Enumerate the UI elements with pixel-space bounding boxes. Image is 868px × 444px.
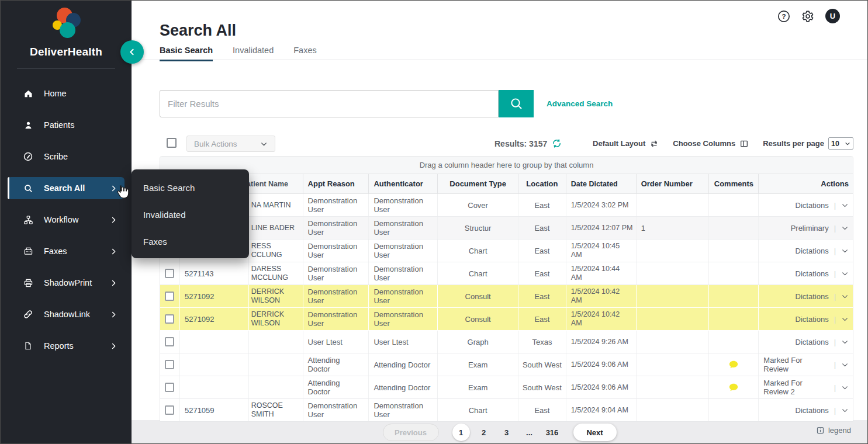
comment-icon[interactable] [728, 383, 739, 393]
patients-icon [23, 120, 33, 130]
row-action-label[interactable]: Marked For Review [763, 356, 828, 373]
column-header-document-type[interactable]: Document Type [438, 174, 518, 193]
flyout-item-basic-search[interactable]: Basic Search [132, 174, 249, 201]
row-actions-chevron-icon[interactable] [841, 270, 849, 278]
previous-page-button[interactable]: Previous [383, 424, 439, 441]
page-title: Search All [160, 22, 236, 40]
page-button-2[interactable]: 2 [475, 424, 493, 441]
row-action-label[interactable]: Dictations [796, 201, 829, 210]
row-actions-chevron-icon[interactable] [841, 202, 849, 209]
column-header-label: Location [526, 179, 558, 188]
row-actions-chevron-icon[interactable] [841, 247, 849, 255]
column-header-authenticator[interactable]: Authenticator [369, 174, 438, 193]
cell-comments [709, 217, 759, 239]
row-actions-chevron-icon[interactable] [841, 384, 849, 391]
next-page-button[interactable]: Next [573, 424, 617, 441]
sidebar-item-workflow[interactable]: Workflow [8, 211, 125, 228]
row-actions-chevron-icon[interactable] [841, 361, 849, 369]
default-layout-button[interactable]: Default Layout [593, 139, 659, 148]
tab-basic-search[interactable]: Basic Search [160, 46, 213, 61]
bulk-actions-select[interactable]: Bulk Actions [186, 136, 275, 152]
sidebar-collapse-button[interactable] [120, 40, 144, 64]
advanced-search-link[interactable]: Advanced Search [547, 99, 613, 108]
choose-columns-label: Choose Columns [673, 139, 735, 148]
cell-order-number [637, 285, 710, 307]
sidebar-item-scribe[interactable]: Scribe [8, 148, 125, 165]
row-actions-chevron-icon[interactable] [841, 293, 849, 300]
cell-patient-name: DERRICK WILSON [249, 308, 303, 330]
row-action-label[interactable]: Marked For Review 2 [763, 379, 828, 396]
cell-actions: Dictations| [759, 308, 853, 330]
refresh-icon[interactable] [552, 138, 562, 148]
chevron-right-icon [110, 185, 117, 192]
column-header-date-dictated[interactable]: Date Dictated [566, 174, 637, 193]
page-button-3[interactable]: 3 [498, 424, 516, 441]
tab-faxes[interactable]: Faxes [293, 46, 317, 61]
results-count: Results: 3157 [494, 138, 562, 148]
sidebar-item-faxes[interactable]: Faxes [8, 242, 125, 260]
row-actions-chevron-icon[interactable] [841, 407, 849, 414]
fax-icon [23, 246, 33, 256]
row-checkbox[interactable] [165, 383, 174, 392]
flyout-item-invalidated[interactable]: Invalidated [132, 201, 249, 228]
results-per-page-select[interactable]: 10 [828, 137, 853, 150]
select-all-checkbox[interactable] [167, 138, 177, 148]
cell-authenticator: Demonstration User [369, 399, 438, 421]
action-separator: | [834, 406, 836, 415]
help-icon[interactable]: ? [777, 10, 790, 23]
row-checkbox[interactable] [165, 360, 174, 369]
column-header-order-number[interactable]: Order Number [637, 174, 710, 193]
sidebar-item-shadowprint[interactable]: ShadowPrint [8, 274, 125, 292]
settings-gear-icon[interactable] [801, 10, 814, 23]
user-avatar[interactable]: U [825, 9, 840, 23]
row-action-label[interactable]: Dictations [796, 315, 829, 324]
comment-icon[interactable] [728, 360, 739, 370]
cell-authenticator: Demonstration User [369, 194, 438, 216]
cell-patient-name: RESS CCLUNG [249, 240, 303, 262]
cell-patient-name [249, 353, 303, 376]
sidebar-item-label: Home [44, 89, 67, 98]
search-button[interactable] [499, 90, 534, 117]
row-action-label[interactable]: Dictations [796, 269, 829, 278]
legend-button[interactable]: legend [816, 426, 851, 435]
page-button-1[interactable]: 1 [452, 424, 470, 441]
tab-invalidated[interactable]: Invalidated [233, 46, 274, 61]
sidebar-item-patients[interactable]: Patients [8, 116, 125, 134]
row-actions-chevron-icon[interactable] [841, 224, 849, 232]
flyout-item-faxes[interactable]: Faxes [132, 228, 249, 255]
column-header-label: Comments [714, 179, 753, 188]
sidebar-nav: HomePatientsScribeSearch AllWorkflowFaxe… [1, 85, 132, 369]
row-checkbox[interactable] [165, 269, 174, 278]
sidebar-item-reports[interactable]: Reports [8, 337, 125, 355]
cell-appt-reason: Demonstration User [303, 240, 369, 262]
choose-columns-button[interactable]: Choose Columns [673, 139, 749, 148]
row-checkbox[interactable] [165, 337, 174, 346]
row-checkbox[interactable] [165, 292, 174, 301]
row-action-label[interactable]: Dictations [796, 292, 829, 301]
sidebar-item-label: Faxes [44, 247, 67, 256]
row-checkbox[interactable] [165, 405, 174, 415]
sidebar-item-search-all[interactable]: Search All [8, 177, 125, 199]
row-actions-chevron-icon[interactable] [841, 315, 849, 323]
row-action-label[interactable]: Dictations [796, 338, 829, 346]
cell-patient-name: LINE BADER [249, 217, 303, 239]
cell-order-number [637, 353, 710, 376]
column-header-comments[interactable]: Comments [709, 174, 759, 193]
page-button-316[interactable]: 316 [544, 424, 561, 441]
cell-date-dictated: 1/5/2024 3:02 PM [566, 194, 637, 216]
row-actions-chevron-icon[interactable] [841, 338, 849, 346]
row-action-label[interactable]: Dictations [796, 406, 829, 415]
row-action-label[interactable]: Preliminary [791, 224, 829, 233]
column-header-location[interactable]: Location [518, 174, 566, 193]
sidebar-item-shadowlink[interactable]: ShadowLink [8, 306, 125, 323]
column-header-appt-reason[interactable]: Appt Reason [303, 174, 369, 193]
column-header-actions[interactable]: Actions [759, 174, 853, 193]
row-action-label[interactable]: Dictations [796, 247, 829, 255]
row-checkbox[interactable] [165, 314, 174, 324]
cell-patient-name [249, 331, 303, 353]
reset-layout-icon [649, 139, 659, 148]
column-header-patient-name[interactable]: Patient Name [249, 174, 303, 193]
cell-document-type: Consult [438, 308, 518, 330]
sidebar-item-home[interactable]: Home [8, 85, 125, 102]
filter-input[interactable] [160, 90, 499, 117]
